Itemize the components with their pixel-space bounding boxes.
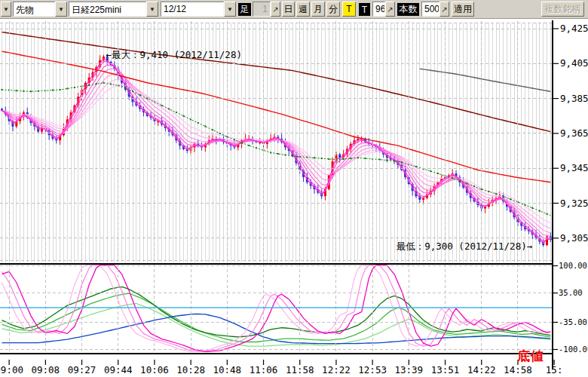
ribbon-ema-line	[2, 79, 551, 228]
time-axis-label: 13:51	[431, 364, 460, 375]
period-week-button[interactable]: 週	[296, 2, 310, 17]
ribbon-ema-line	[2, 59, 551, 244]
ma-medium-red	[2, 51, 551, 182]
interval-stepper[interactable]: 1 ↗	[253, 2, 280, 17]
ashi-toggle[interactable]: 足	[238, 3, 251, 16]
period-month-button[interactable]: 月	[311, 2, 325, 17]
price-axis-label: 9,365	[560, 127, 588, 139]
dropdown-arrow-icon[interactable]: ▼	[224, 2, 236, 17]
time-axis: 09:0009:0809:2709:4410:0610:2810:4811:06…	[0, 360, 562, 375]
time-axis-label: 14:58	[504, 364, 532, 375]
time-axis-label: 12:22	[322, 364, 351, 375]
ma-overlays	[2, 32, 551, 216]
price-axis-label: 9,305	[560, 232, 588, 244]
price-axis: 9,4259,4059,3859,3659,3459,3259,305100.0…	[553, 20, 588, 369]
ma-ribbon	[2, 59, 551, 244]
time-axis-label: 13:39	[395, 364, 424, 375]
date-combo-value: 12/12	[161, 2, 224, 17]
symbol-combo[interactable]: 日経225mini ▼	[69, 2, 158, 17]
oscillator-pane[interactable]	[2, 265, 551, 351]
osc-green-dark	[2, 287, 551, 337]
osc-magenta-companion	[2, 265, 551, 351]
time-axis-label: 09:44	[104, 364, 133, 375]
time-axis-label: 10:28	[176, 364, 205, 375]
period-tick-button[interactable]: T	[342, 2, 356, 17]
price-axis-label: 9,425	[560, 23, 588, 34]
diagonal-spinner-icon[interactable]: ↗	[439, 2, 449, 17]
tick-count-value: 96	[372, 2, 385, 17]
ribbon-ema-line	[2, 69, 551, 236]
ribbon-ema-line	[2, 66, 551, 239]
price-axis-label: 9,385	[560, 93, 588, 104]
main-pane[interactable]	[1, 23, 552, 262]
ma-dotted-green	[2, 83, 551, 216]
time-axis-label: 09:08	[32, 364, 60, 375]
price-gridlines	[0, 23, 553, 260]
bar-count-label: 本数	[397, 3, 419, 16]
oscillator-axis-label: -35.00	[559, 317, 587, 326]
dropdown-arrow-icon[interactable]: ▼	[146, 2, 158, 17]
diagonal-spinner-icon[interactable]: ↗	[271, 2, 280, 17]
time-axis-label: 11:58	[286, 364, 314, 375]
tick-mode-label: T	[359, 3, 370, 16]
dropdown-arrow-icon[interactable]: ▼	[55, 2, 67, 17]
price-axis-label: 9,345	[560, 162, 588, 173]
multi-symbol-button[interactable]: 複数銘柄	[541, 2, 584, 17]
symbol-combo-value: 日経225mini	[69, 2, 146, 17]
market-combo-value: 先物	[13, 2, 55, 17]
time-axis-label: 10:06	[140, 364, 169, 375]
diagonal-spinner-icon[interactable]: ↗	[385, 2, 395, 17]
bar-count-value: 500	[421, 2, 439, 17]
candles-layer	[1, 54, 552, 247]
price-axis-label: 9,325	[560, 198, 588, 209]
price-axis-label: 9,405	[560, 57, 588, 69]
period-day-button[interactable]: 日	[282, 2, 295, 17]
time-axis-label: 09:00	[0, 364, 23, 375]
max-price-annotation: ←最大：9,410 (2012/11/28)	[106, 49, 242, 60]
per-bar-gridlines	[2, 23, 551, 262]
dropdown-arrow-icon: ▼	[3, 6, 9, 13]
ma-long-darkred	[2, 32, 551, 132]
collapsed-combo-button[interactable]: ▼	[1, 2, 11, 17]
time-axis-label: 10:48	[213, 364, 242, 375]
tick-count-stepper[interactable]: 96 ↗	[372, 2, 395, 17]
date-combo[interactable]: 12/12 ▼	[161, 2, 236, 17]
time-axis-label: 12:53	[358, 364, 387, 375]
oscillator-axis-label: -100.00	[559, 345, 588, 354]
time-axis-label: 11:06	[250, 364, 278, 375]
bar-count-stepper[interactable]: 500 ↗	[421, 2, 449, 17]
apply-button[interactable]: 適用	[452, 2, 474, 17]
period-minute-button[interactable]: 分	[326, 2, 340, 17]
trading-chart-window: 9,4259,4059,3859,3659,3459,3259,305100.0…	[0, 0, 588, 377]
min-price-annotation: 最低：9,300 (2012/11/28)→	[397, 241, 533, 252]
time-axis-label: 09:27	[68, 364, 96, 375]
interval-value: 1	[253, 2, 271, 17]
annotations: ←最大：9,410 (2012/11/28)最低：9,300 (2012/11/…	[106, 49, 532, 253]
market-combo[interactable]: 先物 ▼	[13, 2, 67, 17]
bottom-price-label: 底値	[517, 348, 544, 365]
oscillator-axis-label: 100.00	[559, 261, 587, 270]
time-axis-label: 15:	[546, 364, 563, 375]
toolbar: ▼ 先物 ▼ 日経225mini ▼ 12/12 ▼ 足 1 ↗ 日 週 月 分…	[0, 0, 588, 19]
oscillator-axis-label: 35.00	[559, 288, 583, 297]
price-chart-svg[interactable]: 9,4259,4059,3859,3659,3459,3259,305100.0…	[0, 0, 588, 377]
time-axis-label: 14:22	[467, 364, 496, 375]
ribbon-ema-line	[2, 85, 551, 223]
